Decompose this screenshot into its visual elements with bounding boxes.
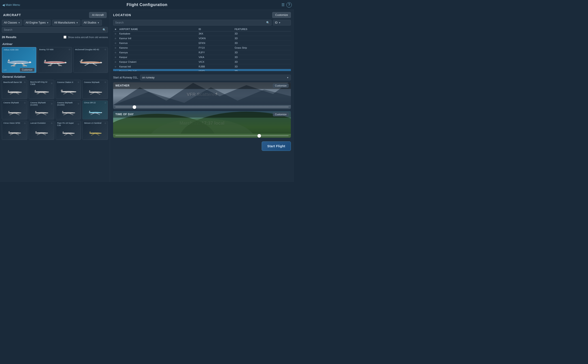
aircraft-card-skyhawk-g1000-2[interactable]: Cessna Skyhawk (G1000) ☆ [56, 100, 81, 119]
supercub-star-icon[interactable]: ☆ [77, 123, 80, 125]
aircraft-card-sf50[interactable]: Cirrus Vision SF50 ☆ [2, 121, 27, 140]
airport-row-kanpur-chakeri[interactable]: ☆ Kanpur Chakeri VICX 3D [113, 60, 291, 64]
airport-table-scroll[interactable]: ★ AIRPORT NAME ID FEATURES ☆ Kankakee 3K… [113, 27, 291, 71]
airport-row-kannur[interactable]: ☆ Kannur Intl VOKN 3D [113, 36, 291, 41]
back-button[interactable]: ◀ Main Menu [2, 3, 20, 7]
aircraft-search-container[interactable]: 🔍 [2, 27, 108, 33]
start-flight-button[interactable]: Start Flight [262, 141, 291, 151]
back-arrow-icon: ◀ [2, 3, 5, 7]
kannur-star[interactable]: ☆ [113, 36, 118, 41]
skyhawk2-star-icon[interactable]: ☆ [24, 102, 26, 104]
stinson-star-icon[interactable]: ☆ [104, 122, 106, 124]
runway-dropdown[interactable]: on runway ▼ [140, 75, 291, 80]
weather-title-bar: WEATHER Customize [113, 82, 291, 89]
id-filter-label: ID [275, 21, 278, 24]
aircraft-card-baron58[interactable]: Beechcraft Baron 58 ☆ [2, 80, 27, 99]
engine-types-chevron-icon: ▼ [47, 21, 49, 24]
ai-aircraft-button[interactable]: AI Aircraft [89, 12, 107, 18]
kankakee-id: 3KK [197, 31, 233, 36]
location-customize-button[interactable]: Customize [272, 12, 291, 18]
studios-filter-label: All Studios [84, 21, 96, 24]
svg-marker-67 [35, 110, 37, 112]
a330-star-icon[interactable]: ☆ [33, 48, 34, 51]
classes-filter[interactable]: All Classes ▼ [2, 20, 22, 26]
timeofday-slider-row [115, 135, 289, 136]
id-filter-dropdown[interactable]: ID ▼ [273, 20, 291, 26]
kannus-name: Kannus [118, 41, 197, 46]
svg-marker-13 [44, 59, 46, 62]
airport-row-kankakee[interactable]: ☆ Kankakee 3KK 3D [113, 31, 291, 36]
aircraft-card-skyhawk2[interactable]: Cessna Skyhawk ☆ [2, 100, 27, 119]
aircraft-card-citationx[interactable]: Cessna Citation X ☆ [56, 80, 81, 99]
kanpur-chakeri-name: Kanpur Chakeri [118, 60, 197, 64]
airport-row-kansas-city[interactable]: ☆ Kansas City Intl KMCI 3D [113, 69, 291, 71]
svg-point-56 [100, 92, 102, 93]
extra-aircraft-checkbox-label[interactable]: Show extra aircraft from old versions [64, 36, 108, 39]
kanpur-star[interactable]: ☆ [113, 55, 118, 60]
kansai-name: Kansai Intl [118, 64, 197, 69]
skyhawk-g1000-1-star-icon[interactable]: ☆ [51, 102, 53, 105]
airport-name-col-header: AIRPORT NAME [118, 27, 197, 31]
md82-star-icon[interactable]: ☆ [104, 48, 106, 51]
kanpur-chakeri-features: 3D [233, 60, 291, 64]
a330-customize-button[interactable]: Customize [20, 68, 34, 72]
timeofday-slider-thumb[interactable] [257, 134, 261, 138]
weather-slider-track[interactable] [115, 107, 289, 107]
weather-section-inner: WEATHER Customize VFR Scattered Customiz… [113, 82, 291, 109]
engine-types-filter[interactable]: All Engine Types ▼ [24, 20, 51, 26]
aircraft-card-stinson[interactable]: Stinson L5 Sentinel ☆ [82, 121, 108, 140]
svg-point-105 [100, 133, 101, 134]
kannur-features: 3D [233, 36, 291, 41]
kansas-city-star[interactable]: ☆ [113, 69, 118, 71]
airport-row-kansai[interactable]: ☆ Kansai Intl RJBB 3D [113, 64, 291, 69]
aircraft-search-input[interactable] [4, 28, 102, 31]
aircraft-card-supercub[interactable]: Piper PA-18 Super Cub ☆ [56, 121, 81, 140]
aircraft-card-lancair[interactable]: Lancair Evolution ☆ [29, 121, 54, 140]
weather-customize-button[interactable]: Customize [273, 84, 289, 88]
kingair-star-icon[interactable]: ☆ [51, 82, 53, 84]
location-filters: 🔍 ID ▼ [113, 20, 291, 26]
aircraft-card-skyhawk-g1000-1[interactable]: Cessna Skyhawk (G1000) ☆ [29, 100, 54, 119]
runway-option-label: on runway [142, 76, 154, 79]
kannus-star[interactable]: ☆ [113, 41, 118, 46]
timeofday-customize-button[interactable]: Customize [273, 112, 289, 116]
sr22-star-icon[interactable]: ☆ [104, 102, 106, 104]
manufacturers-filter[interactable]: All Manufacturers ▼ [52, 20, 80, 26]
airport-row-kanono[interactable]: ☆ Kanono FY1X Grass Strip [113, 46, 291, 50]
airport-row-kannus[interactable]: ☆ Kannus EFKN 3D [113, 41, 291, 46]
kanoya-star[interactable]: ☆ [113, 50, 118, 55]
aircraft-card-a330[interactable]: Airbus A330-300 ☆ [2, 47, 36, 73]
aircraft-card-737[interactable]: Boeing 737-800 ☆ [38, 47, 72, 73]
timeofday-section: TIME OF DAY Customize March 22, 17:37 lo… [113, 111, 291, 138]
skyhawk1-star-icon[interactable]: ☆ [104, 81, 106, 83]
skyhawk-g1000-1-header: Cessna Skyhawk (G1000) ☆ [29, 101, 54, 107]
baron58-header: Beechcraft Baron 58 ☆ [2, 80, 27, 84]
citationx-star-icon[interactable]: ☆ [77, 81, 80, 83]
settings-icon[interactable]: ☰ [281, 3, 285, 7]
extra-aircraft-checkbox[interactable] [64, 36, 67, 39]
airport-row-kanpur[interactable]: ☆ Kanpur VIKA 3D [113, 55, 291, 60]
location-search-container[interactable]: 🔍 [113, 20, 272, 26]
kanono-star[interactable]: ☆ [113, 46, 118, 50]
studios-filter[interactable]: All Studios ▼ [82, 20, 102, 26]
svg-point-99 [73, 133, 75, 134]
aircraft-card-kingair[interactable]: Beechcraft King Air C90B ☆ [29, 80, 54, 99]
737-star-icon[interactable]: ☆ [68, 48, 70, 51]
kanpur-chakeri-star[interactable]: ☆ [113, 60, 118, 64]
aircraft-card-sr22[interactable]: Cirrus SR-22 ☆ [82, 100, 108, 119]
aircraft-card-md82[interactable]: McDonnell Douglas MD-82 ☆ [74, 47, 108, 73]
lancair-star-icon[interactable]: ☆ [51, 122, 53, 124]
kankakee-star[interactable]: ☆ [113, 31, 118, 36]
baron58-star-icon[interactable]: ☆ [24, 81, 26, 83]
kansai-star[interactable]: ☆ [113, 64, 118, 69]
timeofday-slider-track[interactable] [115, 135, 289, 136]
help-button[interactable]: ? [286, 2, 292, 8]
skyhawk-g1000-2-star-icon[interactable]: ☆ [77, 102, 80, 105]
aircraft-card-skyhawk1[interactable]: Cessna Skyhawk ☆ [82, 80, 108, 99]
skyhawk2-header: Cessna Skyhawk ☆ [2, 101, 27, 105]
sf50-star-icon[interactable]: ☆ [24, 122, 26, 124]
location-search-input[interactable] [115, 21, 265, 24]
svg-rect-8 [8, 62, 29, 63]
airport-row-kanoya[interactable]: ☆ Kanoya RJFY 3D [113, 50, 291, 55]
aircraft-panel: AIRCRAFT AI Aircraft All Classes ▼ All E… [0, 10, 110, 182]
